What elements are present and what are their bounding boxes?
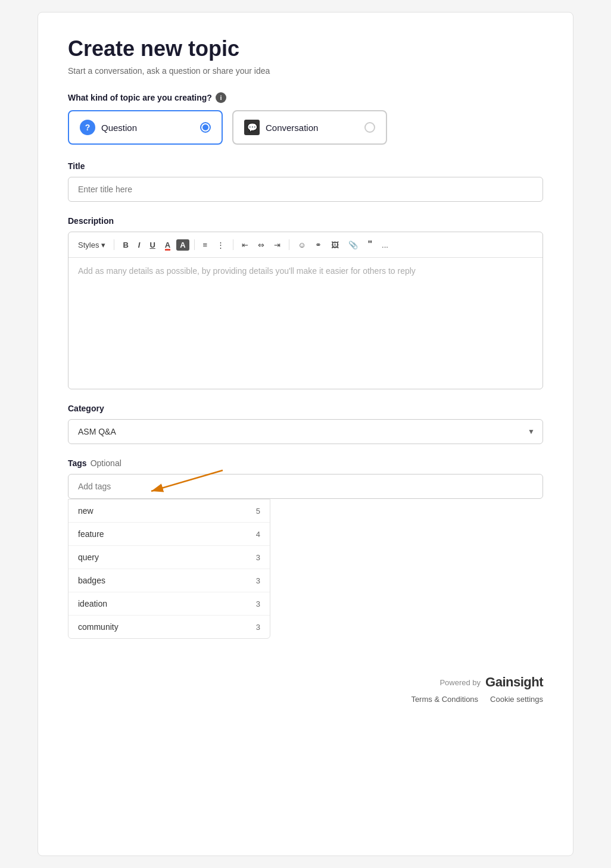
image-button[interactable]: 🖼 bbox=[328, 238, 342, 252]
title-input[interactable] bbox=[68, 177, 543, 202]
terms-link[interactable]: Terms & Conditions bbox=[411, 695, 478, 704]
page-subtitle: Start a conversation, ask a question or … bbox=[68, 66, 543, 76]
page-footer: Powered by Gainsight Terms & Conditions … bbox=[68, 675, 543, 704]
tag-name-community: community bbox=[78, 622, 119, 632]
font-size-button[interactable]: A bbox=[176, 239, 189, 251]
toolbar-sep-2 bbox=[194, 239, 195, 250]
conversation-icon: 💬 bbox=[244, 120, 260, 135]
toolbar-sep-3 bbox=[233, 239, 233, 250]
footer-links: Terms & Conditions Cookie settings bbox=[411, 695, 543, 704]
bold-button[interactable]: B bbox=[119, 238, 132, 252]
link-button[interactable]: ⚭ bbox=[311, 238, 325, 252]
attachment-button[interactable]: 📎 bbox=[345, 238, 361, 252]
topic-type-label: What kind of topic are you creating? bbox=[68, 93, 212, 102]
conversation-card-left: 💬 Conversation bbox=[244, 120, 318, 135]
tag-count-community: 3 bbox=[256, 623, 260, 632]
description-label: Description bbox=[68, 216, 543, 226]
description-editor-body[interactable]: Add as many details as possible, by prov… bbox=[68, 258, 543, 389]
category-select-wrapper: ASM Q&A General Feature Requests Bug Rep… bbox=[68, 419, 543, 444]
tags-optional-label: Optional bbox=[91, 458, 121, 468]
create-topic-page: Create new topic Start a conversation, a… bbox=[38, 12, 573, 856]
tag-item-feature[interactable]: feature 4 bbox=[68, 523, 270, 546]
toolbar-sep-1 bbox=[114, 239, 114, 250]
category-section: Category ASM Q&A General Feature Request… bbox=[68, 404, 543, 444]
tag-name-query: query bbox=[78, 552, 99, 562]
styles-button[interactable]: Styles ▾ bbox=[74, 238, 109, 252]
emoji-button[interactable]: ☺ bbox=[294, 238, 309, 252]
tags-dropdown: new 5 feature 4 query 3 badges 3 ideatio… bbox=[68, 499, 270, 639]
styles-chevron-icon: ▾ bbox=[101, 241, 105, 249]
more-options-button[interactable]: ... bbox=[378, 238, 392, 252]
title-section: Title bbox=[68, 161, 543, 202]
tags-input[interactable] bbox=[68, 474, 543, 499]
tag-name-new: new bbox=[78, 506, 93, 516]
gainsight-logo: Gainsight bbox=[485, 675, 543, 690]
tag-count-ideation: 3 bbox=[256, 600, 260, 608]
tag-count-feature: 4 bbox=[256, 530, 260, 539]
description-placeholder: Add as many details as possible, by prov… bbox=[78, 266, 416, 276]
category-select[interactable]: ASM Q&A General Feature Requests Bug Rep… bbox=[68, 419, 543, 444]
powered-by: Powered by Gainsight bbox=[439, 675, 543, 690]
topic-type-section-label: What kind of topic are you creating? i bbox=[68, 92, 543, 103]
topic-type-options: ? Question 💬 Conversation bbox=[68, 110, 543, 145]
tag-item-community[interactable]: community 3 bbox=[68, 616, 270, 638]
tag-name-ideation: ideation bbox=[78, 599, 107, 608]
tags-section: Tags Optional new 5 feature 4 query 3 ba… bbox=[68, 458, 543, 639]
italic-button[interactable]: I bbox=[135, 238, 144, 252]
toolbar-sep-4 bbox=[289, 239, 289, 250]
blockquote-button[interactable]: " bbox=[364, 237, 376, 252]
align-left-button[interactable]: ⇤ bbox=[238, 238, 252, 252]
tag-item-badges[interactable]: badges 3 bbox=[68, 569, 270, 592]
ordered-list-button[interactable]: ⋮ bbox=[213, 238, 228, 252]
powered-by-label: Powered by bbox=[439, 678, 481, 687]
tag-name-badges: badges bbox=[78, 576, 105, 585]
tag-item-new[interactable]: new 5 bbox=[68, 499, 270, 523]
tag-item-ideation[interactable]: ideation 3 bbox=[68, 592, 270, 616]
tags-label-row: Tags Optional bbox=[68, 458, 543, 468]
cookie-settings-link[interactable]: Cookie settings bbox=[490, 695, 543, 704]
tag-item-query[interactable]: query 3 bbox=[68, 546, 270, 569]
question-radio[interactable] bbox=[200, 122, 211, 133]
tag-count-new: 5 bbox=[256, 507, 260, 516]
unordered-list-button[interactable]: ≡ bbox=[199, 238, 211, 252]
underline-button[interactable]: U bbox=[146, 238, 158, 252]
topic-type-question-card[interactable]: ? Question bbox=[68, 110, 223, 145]
question-card-left: ? Question bbox=[80, 120, 137, 135]
tag-count-query: 3 bbox=[256, 553, 260, 562]
category-label: Category bbox=[68, 404, 543, 413]
tag-name-feature: feature bbox=[78, 529, 104, 539]
conversation-radio[interactable] bbox=[364, 122, 375, 133]
title-label: Title bbox=[68, 161, 543, 171]
question-label: Question bbox=[101, 123, 137, 133]
align-center-button[interactable]: ⇔ bbox=[254, 238, 268, 252]
align-right-button[interactable]: ⇥ bbox=[270, 238, 284, 252]
font-color-icon: A bbox=[165, 241, 170, 249]
topic-type-conversation-card[interactable]: 💬 Conversation bbox=[232, 110, 387, 145]
page-title: Create new topic bbox=[68, 36, 543, 61]
editor-toolbar: Styles ▾ B I U A A ≡ ⋮ ⇤ ⇔ ⇥ ☺ bbox=[68, 232, 543, 258]
font-color-button[interactable]: A bbox=[161, 238, 174, 252]
tag-count-badges: 3 bbox=[256, 576, 260, 585]
info-icon[interactable]: i bbox=[216, 92, 226, 103]
description-section: Description Styles ▾ B I U A A ≡ ⋮ ⇤ bbox=[68, 216, 543, 389]
tags-label: Tags bbox=[68, 458, 87, 468]
description-editor: Styles ▾ B I U A A ≡ ⋮ ⇤ ⇔ ⇥ ☺ bbox=[68, 232, 543, 389]
conversation-label: Conversation bbox=[266, 123, 318, 133]
styles-label: Styles bbox=[78, 241, 99, 249]
question-icon: ? bbox=[80, 120, 95, 135]
